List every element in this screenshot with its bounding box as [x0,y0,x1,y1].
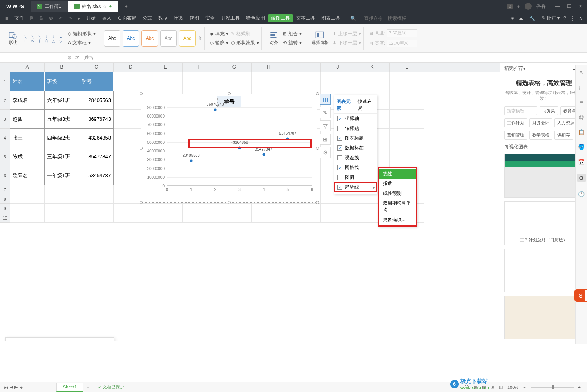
chart-object[interactable]: 学号 0100000002000000030000000400000005000… [141,94,317,203]
zoom-value[interactable]: 100% [505,385,521,390]
trendline-option-更多选项...[interactable]: 更多选项... [379,215,416,225]
calendar-icon[interactable]: 📅 [578,159,585,165]
preview-icon[interactable]: 👁 [46,14,56,23]
tag[interactable]: 财务会计 [529,118,552,127]
template-thumb-4[interactable] [504,296,583,339]
style-preset-3[interactable]: Abc [141,30,158,47]
menu-特色应用[interactable]: 特色应用 [243,14,268,22]
template-thumb-2[interactable]: 工作计划总结（日历版） [504,201,583,245]
undo-icon[interactable]: ↶ [56,14,65,23]
cell[interactable] [183,72,217,91]
maximize-button[interactable]: ☐ [567,4,571,9]
cell[interactable] [286,213,321,223]
property-icon[interactable]: ≡ [580,99,583,105]
cell[interactable] [390,147,424,166]
menu-页面布局[interactable]: 页面布局 [114,14,140,22]
chart-styles-button[interactable]: ✎ [320,107,331,118]
align-button[interactable]: 对齐 [267,29,281,47]
sheet-tab[interactable]: Sheet1 [56,383,83,392]
menu-视图[interactable]: 视图 [187,14,202,22]
cell[interactable]: 一年级1班 [45,166,79,185]
cell[interactable] [252,213,286,223]
chart-data-button[interactable]: ⊞ [320,134,331,145]
cell[interactable] [355,72,390,91]
cell[interactable] [79,194,114,204]
cell[interactable]: 陈成 [10,147,45,166]
sheet-nav-first[interactable]: ⏮ [4,385,8,390]
tag[interactable]: 供销存 [554,131,573,140]
cell[interactable]: 学号 [79,72,114,91]
trendline-option-线性[interactable]: 线性 [379,169,416,179]
menu-绘图工具[interactable]: 绘图工具 [268,14,293,22]
cell[interactable]: 三年级1班 [45,147,79,166]
col-header[interactable]: B [45,63,79,72]
cell[interactable]: 43264858 [79,129,114,147]
cell[interactable]: 28405563 [79,91,114,110]
spreadsheet-grid[interactable]: ABCDEFGHIJKL 1姓名班级学号2李成名六年级1班284055633赵四… [0,63,500,341]
trendline-option-双周期移动平均[interactable]: 双周期移动平均 [379,198,416,215]
chart-elements-button[interactable]: ◫ [320,94,331,105]
col-header[interactable]: C [79,63,114,72]
menu-icon[interactable]: ≡ [3,14,11,23]
cell[interactable] [148,72,183,91]
chart-filter-button[interactable]: ▽ [320,120,331,131]
new-tab-button[interactable]: ＋ [118,3,134,10]
template-search-input[interactable]: 搜索模板 [504,106,537,115]
cell[interactable] [286,72,321,91]
col-header[interactable]: D [114,63,148,72]
quick-layout-tab[interactable]: 快速布局 [355,97,377,113]
sheet-nav-next[interactable]: ▶ [14,385,18,390]
row-header[interactable]: 1 [0,72,10,91]
star-icon[interactable]: ☆ [103,4,107,9]
textbox-button[interactable]: A 文本框 ▾ [68,40,96,46]
cell[interactable] [45,213,79,223]
col-header[interactable]: G [217,63,252,72]
zoom-in[interactable]: + [576,385,583,390]
style-preset-1[interactable]: Abc [104,30,120,47]
chart-element-图例[interactable]: 图例 [334,172,377,182]
help-icon[interactable]: ? [563,16,566,21]
trendline-option-线性预测[interactable]: 线性预测 [379,189,416,198]
cell[interactable] [45,185,79,194]
cell[interactable]: 赵四 [10,110,45,129]
collapse-icon[interactable]: ∧ [579,16,582,21]
rotate-button[interactable]: ⟲ 旋转 ▾ [283,40,302,46]
sheet-nav-prev[interactable]: ◀ [10,385,13,390]
menu-数据[interactable]: 数据 [155,14,171,22]
zoom-slider[interactable] [531,387,574,388]
select-all-corner[interactable] [0,63,10,72]
row-header[interactable]: 4 [0,129,10,147]
menu-审阅[interactable]: 审阅 [171,14,187,22]
shape-gallery[interactable]: ＼＼＼↓↓ᒐ ᒐ∿{{}△▽ [22,33,65,44]
pointer-icon[interactable]: ↖ [579,69,584,76]
col-header[interactable]: K [355,63,390,72]
doc-protected[interactable]: ✓ 文档已保护 [98,384,124,390]
cell[interactable]: 六年级1班 [45,91,79,110]
cell[interactable]: 欧阳名 [10,166,45,185]
row-header[interactable]: 10 [0,213,10,223]
reading-mode-icon[interactable]: ◫ [496,385,505,390]
share-icon[interactable]: ⊞ [511,16,515,21]
cell[interactable]: 86976743 [79,110,114,129]
cell[interactable] [321,194,355,204]
more-tools-icon[interactable]: ⋯ [579,206,584,212]
annotate-button[interactable]: ✎ 批注 ▾ [542,15,560,22]
chart-element-图表标题[interactable]: ✓图表标题 [334,133,377,143]
more-icon[interactable]: ⋮ [570,16,575,21]
wrench-icon[interactable]: 🔧 [527,14,538,23]
outline-button[interactable]: ◇ 轮廓 ▾ [210,40,228,46]
gear-icon[interactable]: ⚙ [577,174,586,182]
chart-element-数据标签[interactable]: ✓数据标签 [334,143,377,153]
menu-开始[interactable]: 开始 [83,14,99,22]
cell[interactable] [321,72,355,91]
notification-badge[interactable]: 2 [507,4,513,9]
cell[interactable] [10,185,45,194]
command-search-input[interactable] [364,16,419,21]
cell[interactable]: 班级 [45,72,79,91]
row-header[interactable]: 3 [0,110,10,129]
style-preset-4[interactable]: Abc [160,30,177,47]
cell[interactable]: 张三 [10,129,45,147]
chart-element-轴标题[interactable]: 轴标题 [334,123,377,133]
style-preset-2[interactable]: Abc [123,30,139,47]
tag[interactable]: 工作计划 [504,118,527,127]
